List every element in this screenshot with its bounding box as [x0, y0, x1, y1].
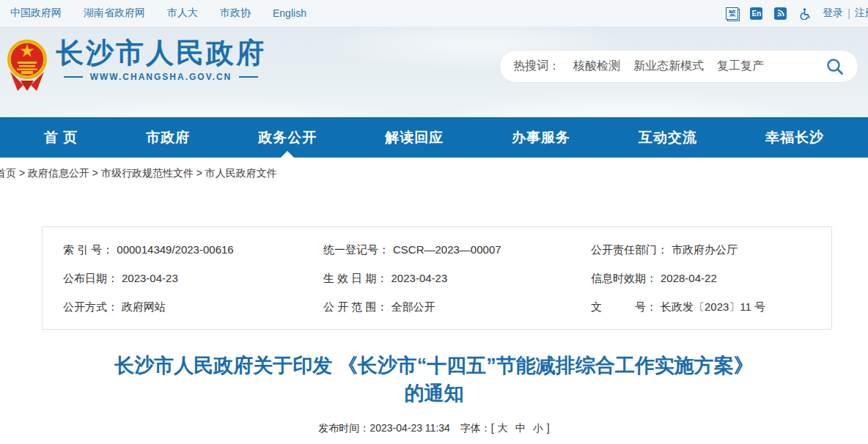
font-size-label: 字体： — [460, 422, 491, 434]
font-size-small[interactable]: 小 — [533, 422, 543, 434]
nav-city-gov[interactable]: 市政府 — [146, 117, 190, 158]
site-header: 长沙市人民政府 WWW.CHANGSHA.GOV.CN 热搜词： 核酸检测 新业… — [0, 26, 868, 117]
link-english[interactable]: English — [273, 7, 306, 19]
meta-validity-period: 信息时效期：2028-04-22 — [591, 272, 831, 286]
site-url: WWW.CHANGSHA.GOV.CN — [56, 72, 266, 82]
meta-effective-date: 生 效 日 期：2023-04-23 — [323, 272, 591, 286]
meta-publish-date: 公布日期：2023-04-23 — [63, 272, 323, 286]
english-version-icon[interactable]: En — [750, 7, 762, 20]
traditional-chinese-icon[interactable]: 繁 — [726, 7, 738, 20]
meta-row-1: 索 引 号：000014349/2023-00616 统一登记号：CSCR—20… — [43, 236, 831, 264]
top-links: 中国政府网 湖南省政府网 市人大 市政协 English — [10, 7, 306, 20]
breadcrumb[interactable]: 首页 > 政府信息公开 > 市级行政规范性文件 > 市人民政府文件 — [0, 167, 277, 180]
nav-interpretation[interactable]: 解读回应 — [385, 117, 444, 158]
search-icon — [825, 57, 845, 76]
meta-open-scope: 公 开 范 围：全部公开 — [323, 300, 591, 314]
breadcrumb-bar: 首页 > 政府信息公开 > 市级行政规范性文件 > 市人民政府文件 — [0, 158, 868, 190]
accessibility-icon[interactable] — [798, 7, 811, 20]
site-brand[interactable]: 长沙市人民政府 WWW.CHANGSHA.GOV.CN — [6, 37, 266, 94]
search-button[interactable] — [825, 57, 845, 76]
hot-word-1[interactable]: 核酸检测 — [573, 59, 620, 74]
register-link[interactable]: 注册 — [855, 7, 868, 20]
nav-interaction[interactable]: 互动交流 — [639, 117, 697, 158]
page: 中国政府网 湖南省政府网 市人大 市政协 English 繁 En 登录 | 注… — [0, 0, 868, 444]
link-city-cppcc[interactable]: 市政协 — [220, 7, 251, 20]
meta-responsible-department: 公开责任部门：市政府办公厅 — [591, 243, 831, 257]
hot-word-2[interactable]: 新业态新模式 — [633, 59, 704, 74]
meta-doc-number: 文 号：长政发〔2023〕11 号 — [591, 300, 831, 314]
nav-gov-info[interactable]: 政务公开 — [258, 117, 317, 158]
doc-meta-box: 索 引 号：000014349/2023-00616 统一登记号：CSCR—20… — [42, 226, 832, 330]
bracket-open: [ — [491, 422, 494, 434]
link-china-gov[interactable]: 中国政府网 — [10, 7, 62, 20]
main-nav: 首 页 市政府 政务公开 解读回应 办事服务 互动交流 幸福长沙 — [0, 117, 868, 158]
meta-open-method: 公开方式：政府网站 — [63, 300, 323, 314]
search-input[interactable]: 热搜词： 核酸检测 新业态新模式 复工复产 — [499, 50, 858, 83]
top-utility-bar: 中国政府网 湖南省政府网 市人大 市政协 English 繁 En 登录 | 注… — [0, 0, 868, 26]
link-city-npc[interactable]: 市人大 — [167, 7, 198, 20]
login-separator: | — [847, 7, 850, 19]
meta-row-2: 公布日期：2023-04-23 生 效 日 期：2023-04-23 信息时效期… — [43, 264, 831, 293]
font-size-medium[interactable]: 中 — [515, 422, 526, 434]
link-hunan-gov[interactable]: 湖南省政府网 — [84, 7, 145, 20]
top-right-tools: 繁 En 登录 | 注册 — [726, 0, 868, 26]
nav-services[interactable]: 办事服务 — [512, 117, 570, 158]
meta-index-number: 索 引 号：000014349/2023-00616 — [63, 243, 323, 257]
hot-words-label: 热搜词： — [513, 59, 560, 74]
national-emblem-icon — [6, 37, 48, 94]
publish-time: 2023-04-23 11:34 — [369, 422, 450, 434]
active-nav-indicator — [281, 151, 294, 158]
rss-icon[interactable] — [774, 7, 787, 20]
login-link[interactable]: 登录 — [823, 7, 843, 20]
font-size-large[interactable]: 大 — [498, 422, 508, 434]
meta-row-3: 公开方式：政府网站 公 开 范 围：全部公开 文 号：长政发〔2023〕11 号 — [43, 293, 831, 322]
publish-info: 发布时间：2023-04-23 11:34字体：[大中小] — [0, 422, 868, 435]
nav-home[interactable]: 首 页 — [44, 117, 78, 158]
nav-happy-changsha[interactable]: 幸福长沙 — [765, 117, 824, 158]
url-dash-left — [64, 76, 83, 78]
bracket-close: ] — [547, 422, 550, 434]
meta-registration-number: 统一登记号：CSCR—2023—00007 — [323, 243, 591, 257]
url-dash-right — [239, 76, 258, 78]
site-title: 长沙市人民政府 — [56, 37, 266, 69]
hot-word-3[interactable]: 复工复产 — [717, 59, 764, 74]
page-title: 长沙市人民政府关于印发 《长沙市“十四五”节能减排综合工作实施方案》 的通知 — [0, 352, 868, 407]
publish-time-label: 发布时间： — [318, 422, 369, 434]
